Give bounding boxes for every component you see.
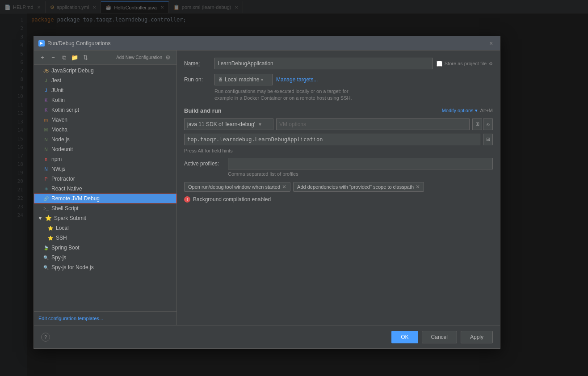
help-button[interactable]: ?: [41, 333, 50, 342]
spring-boot-label: Spring Boot: [51, 245, 80, 251]
shell-script-icon: >_: [43, 205, 49, 211]
sidebar-item-ssh[interactable]: ⭐ SSH: [34, 233, 176, 243]
store-as-project-checkbox[interactable]: [437, 61, 442, 67]
sidebar-item-kotlin-script[interactable]: K Kotlin script: [34, 105, 176, 115]
spy-js-node-label: Spy-js for Node.js: [51, 264, 94, 270]
sidebar-item-shell-script[interactable]: >_ Shell Script: [34, 203, 176, 213]
jest-label: Jest: [51, 77, 61, 84]
store-as-project-icon: ⚙: [489, 61, 493, 66]
add-new-config-label: Add New Configuration: [116, 55, 162, 60]
sidebar-item-maven[interactable]: m Maven: [34, 115, 176, 125]
modify-options-arrow: ▾: [475, 108, 478, 114]
spy-js-label: Spy-js: [51, 254, 66, 261]
sidebar-item-spy-js-node[interactable]: 🔍 Spy-js for Node.js: [34, 262, 176, 272]
sidebar-list: JS JavaScript Debug J Jest J JUnit K Kot…: [34, 65, 176, 311]
dialog-titlebar: ▶ Run/Debug Configurations ×: [34, 36, 500, 51]
spark-expand-icon: ▼: [38, 215, 43, 221]
footer-left: ?: [41, 333, 50, 342]
local-icon: ⭐: [47, 225, 54, 231]
maven-icon: m: [43, 117, 49, 123]
modify-options-button[interactable]: Modify options ▾: [442, 108, 478, 114]
edit-config-templates-link[interactable]: Edit configuration templates...: [38, 316, 103, 321]
tag-open-run-debug-remove[interactable]: ✕: [282, 184, 286, 190]
active-profiles-label: Active profiles:: [184, 161, 224, 167]
ssh-icon: ⭐: [47, 235, 54, 241]
sidebar-footer: Edit configuration templates...: [34, 311, 176, 325]
protractor-label: Protractor: [51, 176, 75, 182]
cancel-button[interactable]: Cancel: [422, 331, 457, 343]
kotlin-script-icon: K: [43, 107, 49, 113]
tag-add-dependencies[interactable]: Add dependencies with "provided" scope t…: [293, 182, 424, 192]
sidebar-item-npm[interactable]: n npm: [34, 154, 176, 164]
name-input[interactable]: [214, 58, 433, 69]
active-profiles-input[interactable]: [228, 158, 493, 169]
nodeunit-icon: N: [43, 146, 49, 152]
sidebar-item-spy-js[interactable]: 🔍 Spy-js: [34, 253, 176, 262]
sidebar-item-javascript-debug[interactable]: JS JavaScript Debug: [34, 66, 176, 76]
tag-open-run-debug[interactable]: Open run/debug tool window when started …: [184, 182, 290, 192]
nodeunit-label: Nodeunit: [51, 146, 73, 152]
remove-config-button[interactable]: −: [48, 53, 58, 63]
spy-js-node-icon: 🔍: [43, 264, 49, 270]
sidebar-item-jest[interactable]: J Jest: [34, 76, 176, 85]
sidebar-item-nodeunit[interactable]: N Nodeunit: [34, 144, 176, 154]
dialog-footer: ? OK Cancel Apply: [34, 325, 500, 348]
javascript-debug-icon: JS: [43, 68, 49, 74]
bg-compilation-label: Background compilation enabled: [193, 196, 271, 203]
run-on-select[interactable]: 🖥 Local machine ▾: [214, 74, 273, 85]
modify-options-shortcut: Alt+M: [480, 108, 493, 113]
kotlin-label: Kotlin: [51, 97, 65, 103]
spark-label: Spark Submit: [54, 215, 86, 221]
sidebar-item-nodejs[interactable]: N Node.js: [34, 135, 176, 144]
sidebar-item-react-native[interactable]: ⚛ React Native: [34, 184, 176, 194]
run-debug-dialog: ▶ Run/Debug Configurations × + − ⧉ 📁: [34, 36, 500, 349]
active-profiles-row: Active profiles:: [184, 158, 493, 169]
dialog-close-button[interactable]: ×: [487, 39, 496, 48]
npm-label: npm: [51, 156, 62, 162]
folder-config-button[interactable]: 📁: [70, 53, 80, 63]
vm-options-input[interactable]: VM options: [276, 118, 470, 130]
dialog-body: + − ⧉ 📁 ⇅ Add New Configuration ⚙: [34, 51, 500, 325]
sdk-select[interactable]: java 11 SDK of 'learn-debug' ▾: [184, 118, 273, 130]
sort-config-button[interactable]: ⇅: [80, 53, 90, 63]
nodejs-icon: N: [43, 136, 49, 143]
mocha-label: Mocha: [51, 127, 67, 133]
junit-label: JUnit: [51, 87, 63, 93]
expand-main-class-button[interactable]: ⊞: [483, 134, 493, 145]
run-on-dropdown-arrow: ▾: [261, 77, 263, 82]
profiles-hint: Comma separated list of profiles: [228, 171, 493, 177]
expand-vm-button[interactable]: ⊞: [472, 118, 482, 130]
manage-targets-link[interactable]: Manage targets...: [276, 76, 318, 83]
run-on-label: Run on:: [184, 76, 211, 83]
tag-open-run-debug-label: Open run/debug tool window when started: [188, 184, 280, 190]
add-config-button[interactable]: +: [38, 53, 47, 63]
sidebar-item-mocha[interactable]: M Mocha: [34, 125, 176, 135]
sidebar-group-spark-submit[interactable]: ▼ ⭐ Spark Submit: [34, 213, 176, 223]
remote-jvm-debug-icon: 🔗: [43, 195, 49, 202]
run-on-desc-line2: example in a Docker Container or on a re…: [214, 95, 352, 101]
sidebar-item-local[interactable]: ⭐ Local: [34, 223, 176, 233]
ok-button[interactable]: OK: [391, 331, 418, 343]
copy-config-button[interactable]: ⧉: [59, 53, 69, 63]
sidebar-item-spring-boot[interactable]: 🍃 Spring Boot: [34, 243, 176, 253]
maven-label: Maven: [51, 117, 67, 123]
remote-jvm-debug-label: Remote JVM Debug: [51, 195, 100, 202]
main-class-input[interactable]: [184, 134, 480, 145]
sidebar-item-protractor[interactable]: P Protractor: [34, 174, 176, 184]
run-on-value: Local machine: [225, 76, 259, 83]
tag-add-dependencies-label: Add dependencies with "provided" scope t…: [297, 184, 414, 190]
external-vm-button[interactable]: ⎋: [483, 118, 493, 130]
settings-btn[interactable]: ⚙: [163, 53, 173, 63]
nodejs-label: Node.js: [51, 136, 70, 143]
sidebar-item-nwjs[interactable]: N NW.js: [34, 164, 176, 174]
bg-compilation-row: ! Background compilation enabled: [184, 196, 493, 203]
sidebar-item-kotlin[interactable]: K Kotlin: [34, 95, 176, 105]
sidebar-item-junit[interactable]: J JUnit: [34, 85, 176, 95]
nwjs-icon: N: [43, 166, 49, 172]
apply-button[interactable]: Apply: [461, 331, 493, 343]
kotlin-script-label: Kotlin script: [51, 107, 79, 113]
sidebar-item-remote-jvm-debug[interactable]: 🔗 Remote JVM Debug: [34, 194, 176, 203]
modify-options-area: Modify options ▾ Alt+M: [442, 108, 493, 114]
react-native-label: React Native: [51, 186, 82, 192]
tag-add-dependencies-remove[interactable]: ✕: [416, 184, 420, 190]
